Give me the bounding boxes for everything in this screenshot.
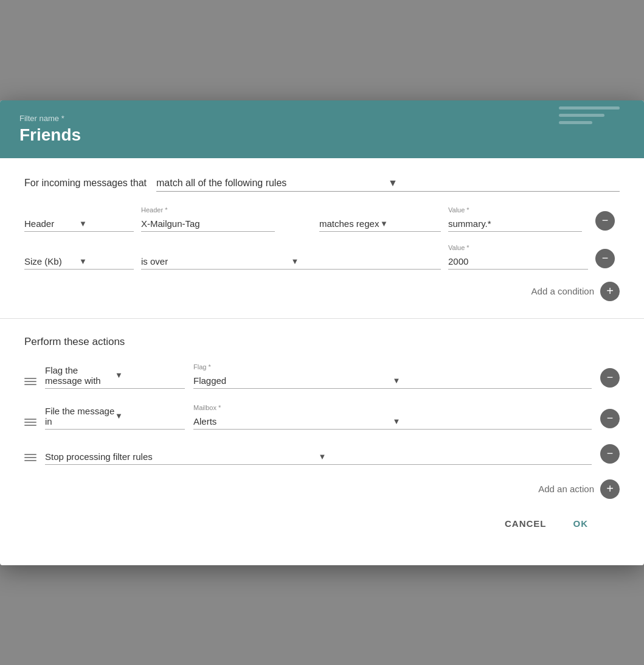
condition1-type-value: Header xyxy=(24,218,79,229)
action2-remove-button[interactable]: − xyxy=(600,409,620,428)
action3-remove-button[interactable]: − xyxy=(600,444,620,464)
add-condition-label: Add a condition xyxy=(531,286,594,296)
action-row-2: File the message in ▼ Mailbox * Alerts ▼… xyxy=(24,403,620,430)
filter-modal: Filter name * Friends For incoming messa… xyxy=(0,100,644,565)
add-condition-button[interactable]: + xyxy=(600,282,620,301)
add-condition-row: Add a condition + xyxy=(24,282,620,301)
action2-type-select[interactable]: File the message in ▼ xyxy=(45,403,185,430)
condition2-operator-chevron: ▼ xyxy=(291,257,441,266)
drag-bar-6 xyxy=(24,425,36,426)
incoming-label: For incoming messages that xyxy=(24,178,147,189)
match-rule-chevron: ▼ xyxy=(388,178,620,189)
action3-drag-handle[interactable] xyxy=(24,454,36,465)
action2-value-group: Mailbox * Alerts ▼ xyxy=(193,404,592,430)
decoration-line-2 xyxy=(559,114,604,117)
footer-buttons: CANCEL OK xyxy=(24,499,620,548)
action-row-1: Flag the message with ▼ Flag * Flagged ▼… xyxy=(24,363,620,389)
condition2-value-label: Value * xyxy=(448,244,588,251)
condition2-value-group: Value * xyxy=(448,244,588,270)
condition1-type-select[interactable]: Header ▼ xyxy=(24,216,134,232)
condition2-operator-value: is over xyxy=(141,256,291,266)
drag-bar-3 xyxy=(24,384,36,385)
ok-button[interactable]: OK xyxy=(566,514,596,534)
action2-mailbox-select[interactable]: Alerts ▼ xyxy=(193,414,592,430)
match-rule-value: match all of the following rules xyxy=(156,178,388,189)
action1-type-value: Flag the message with xyxy=(45,365,115,386)
condition1-operator-value: matches regex xyxy=(319,218,380,229)
actions-title: Perform these actions xyxy=(24,336,620,348)
action1-type-select[interactable]: Flag the message with ▼ xyxy=(45,363,185,389)
action2-mailbox-value: Alerts xyxy=(193,416,393,427)
drag-bar-5 xyxy=(24,422,36,423)
add-action-button[interactable]: + xyxy=(600,479,620,499)
condition2-type-group: Size (Kb) ▼ xyxy=(24,254,134,270)
action1-flag-label: Flag * xyxy=(193,363,592,371)
filter-name-value: Friends xyxy=(19,125,625,145)
condition1-operator-group: matches regex ▼ xyxy=(319,216,441,232)
drag-bar-2 xyxy=(24,381,36,382)
condition1-header-input[interactable] xyxy=(141,216,275,232)
match-rule-select[interactable]: match all of the following rules ▼ xyxy=(156,175,620,192)
decoration-line-1 xyxy=(559,106,620,110)
condition1-value-input[interactable] xyxy=(448,216,582,232)
conditions-section: For incoming messages that match all of … xyxy=(0,158,644,319)
header-decoration xyxy=(559,106,620,128)
action1-flag-select[interactable]: Flagged ▼ xyxy=(193,373,592,389)
add-action-label: Add an action xyxy=(538,484,594,494)
condition1-operator-select[interactable]: matches regex ▼ xyxy=(319,216,441,232)
action1-value-group: Flag * Flagged ▼ xyxy=(193,363,592,389)
drag-bar-4 xyxy=(24,419,36,420)
action1-remove-button[interactable]: − xyxy=(600,368,620,388)
action3-type-value: Stop processing filter rules xyxy=(45,451,319,462)
action1-flag-value: Flagged xyxy=(193,375,393,386)
decoration-line-3 xyxy=(559,121,592,124)
action2-mailbox-label: Mailbox * xyxy=(193,404,592,411)
condition1-header-label: Header * xyxy=(141,206,312,214)
condition1-type-chevron: ▼ xyxy=(79,219,134,228)
condition2-type-chevron: ▼ xyxy=(79,257,134,266)
incoming-row: For incoming messages that match all of … xyxy=(24,175,620,192)
drag-bar-7 xyxy=(24,454,36,455)
condition2-value-input[interactable] xyxy=(448,254,588,270)
condition-row-1: Header ▼ Header * matches regex ▼ Value … xyxy=(24,206,620,232)
drag-bar-9 xyxy=(24,460,36,461)
action2-mailbox-chevron: ▼ xyxy=(393,417,592,426)
action1-type-chevron: ▼ xyxy=(115,371,185,380)
action3-type-chevron: ▼ xyxy=(319,452,592,461)
condition1-type-group: Header ▼ xyxy=(24,216,134,232)
condition2-operator-group: is over ▼ xyxy=(141,254,441,270)
cancel-button[interactable]: CANCEL xyxy=(497,514,554,534)
condition1-remove-button[interactable]: − xyxy=(595,211,615,231)
condition1-value-group: Value * xyxy=(448,206,588,232)
drag-bar-8 xyxy=(24,457,36,458)
condition2-remove-button[interactable]: − xyxy=(595,249,615,268)
condition1-value-label: Value * xyxy=(448,206,588,214)
drag-bar-1 xyxy=(24,378,36,379)
actions-section: Perform these actions Flag the message w… xyxy=(0,319,644,565)
condition-row-2: Size (Kb) ▼ is over ▼ Value * − xyxy=(24,244,620,270)
action2-drag-handle[interactable] xyxy=(24,419,36,430)
condition1-operator-chevron: ▼ xyxy=(380,219,441,228)
action2-type-value: File the message in xyxy=(45,406,115,427)
action1-drag-handle[interactable] xyxy=(24,378,36,389)
add-action-row: Add an action + xyxy=(24,479,620,499)
action1-flag-chevron: ▼ xyxy=(393,376,592,385)
condition2-type-select[interactable]: Size (Kb) ▼ xyxy=(24,254,134,270)
filter-name-label: Filter name * xyxy=(19,114,625,123)
action3-type-select[interactable]: Stop processing filter rules ▼ xyxy=(45,449,592,465)
condition1-header-group: Header * xyxy=(141,206,312,232)
modal-header: Filter name * Friends xyxy=(0,100,644,158)
condition2-operator-select[interactable]: is over ▼ xyxy=(141,254,441,270)
condition2-type-value: Size (Kb) xyxy=(24,256,79,266)
action2-type-chevron: ▼ xyxy=(115,411,185,420)
action-row-3: Stop processing filter rules ▼ − xyxy=(24,444,620,465)
